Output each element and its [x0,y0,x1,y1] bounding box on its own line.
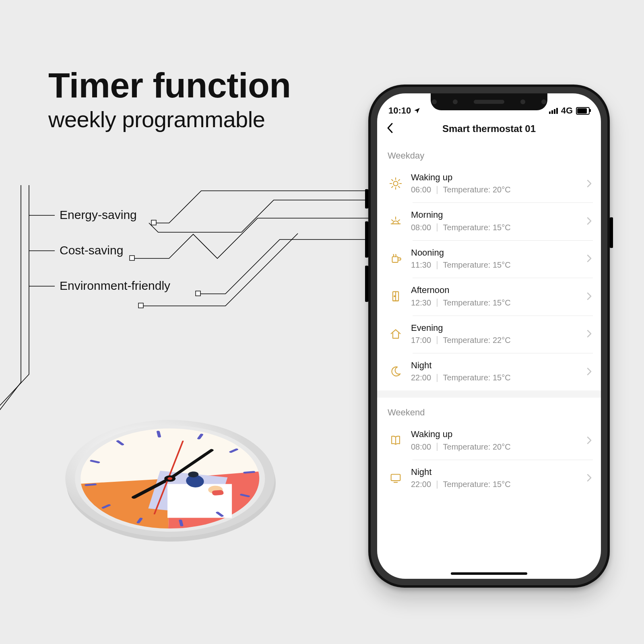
schedule-temp: Temperature: 15°C [443,480,511,489]
back-button[interactable] [386,122,395,135]
svg-rect-49 [391,475,400,481]
schedule-row[interactable]: Waking up 08:00 Temperature: 20°C [377,422,601,459]
svg-line-38 [392,186,393,188]
schedule-time: 06:00 [411,185,431,194]
feature-item: Cost-saving [60,233,170,268]
sunrise-icon [388,213,404,229]
schedule-time: 22:00 [411,373,431,382]
schedule-time: 08:00 [411,442,431,452]
chevron-right-icon [586,254,592,263]
battery-icon [576,107,590,115]
schedule-label: Nooning [411,248,579,258]
schedule-time: 08:00 [411,223,431,232]
svg-rect-43 [392,257,398,262]
schedule-label: Waking up [411,172,579,183]
schedule-row[interactable]: Night 22:00 Temperature: 15°C [377,353,601,390]
schedule-temp: Temperature: 22°C [443,336,511,345]
schedule-temp: Temperature: 15°C [443,373,511,382]
feature-item: Energy-saving [60,197,170,233]
svg-line-37 [398,186,400,188]
chevron-left-icon [386,122,395,134]
schedule-row[interactable]: Afternoon 12:30 Temperature: 15°C [377,278,601,315]
page-subtitle: weekly programmable [48,106,291,132]
sun-icon [388,175,404,192]
svg-line-16 [86,485,95,485]
status-network: 4G [561,105,573,116]
schedule-label: Afternoon [411,285,579,295]
chevron-right-icon [586,473,592,482]
schedule-temp: Temperature: 15°C [443,223,511,232]
section-title: Weekend [377,398,601,422]
chevron-right-icon [586,329,592,338]
chevron-right-icon [586,367,592,376]
home-indicator[interactable] [451,572,527,575]
schedule-row[interactable]: Morning 08:00 Temperature: 15°C [377,202,601,240]
volume-up-button [365,221,368,258]
home-icon [388,326,404,342]
schedule-temp: Temperature: 20°C [443,185,511,194]
chevron-right-icon [586,217,592,225]
volume-down-button [365,266,368,302]
mute-switch [365,189,368,208]
schedule-label: Morning [411,210,579,220]
location-icon [413,107,421,114]
schedule-temp: Temperature: 20°C [443,442,511,452]
headline-block: Timer function weekly programmable [48,68,291,132]
page-title: Timer function [48,68,291,102]
power-button [610,217,613,248]
schedule-row[interactable]: Evening 17:00 Temperature: 22°C [377,316,601,353]
svg-point-47 [394,296,395,297]
schedule-label: Evening [411,323,579,333]
schedule-time: 11:30 [411,260,431,270]
nav-header: Smart thermostat 01 [377,117,601,141]
mug-icon [388,250,404,266]
svg-line-14 [158,431,159,436]
svg-line-36 [392,180,393,181]
schedule-temp: Temperature: 15°C [443,260,511,270]
phone-mockup: 10:10 4G Smart thermostat 01 Weekday [368,85,610,588]
schedule-label: Night [411,467,579,477]
schedule-temp: Temperature: 15°C [443,298,511,308]
schedule-time: 22:00 [411,480,431,489]
svg-rect-2 [196,291,200,296]
book-icon [388,432,404,448]
screen-title: Smart thermostat 01 [442,123,536,134]
tv-icon [388,470,404,486]
chevron-right-icon [586,292,592,301]
moon-icon [388,363,404,380]
schedule-row[interactable]: Nooning 11:30 Temperature: 15°C [377,240,601,278]
chevron-right-icon [586,179,592,188]
svg-line-39 [398,180,400,181]
svg-rect-3 [138,303,143,308]
schedule-time: 12:30 [411,298,431,308]
section-title: Weekday [377,141,601,165]
svg-line-15 [180,520,182,525]
schedule-time: 17:00 [411,336,431,345]
door-icon [388,288,404,304]
svg-line-17 [245,472,254,473]
svg-line-42 [398,220,400,221]
svg-line-41 [392,220,393,221]
feature-item: Environment-friendly [60,268,170,303]
phone-notch [431,93,547,110]
schedule-label: Night [411,360,579,371]
schedule-row[interactable]: Night 22:00 Temperature: 15°C [377,460,601,497]
feature-list: Energy-saving Cost-saving Environment-fr… [60,197,170,303]
chevron-right-icon [586,436,592,445]
svg-point-31 [393,181,398,186]
signal-icon [549,108,558,114]
schedule-label: Waking up [411,429,579,440]
schedule-row[interactable]: Waking up 06:00 Temperature: 20°C [377,165,601,202]
status-time: 10:10 [388,105,411,116]
clock-illustration [44,400,298,570]
